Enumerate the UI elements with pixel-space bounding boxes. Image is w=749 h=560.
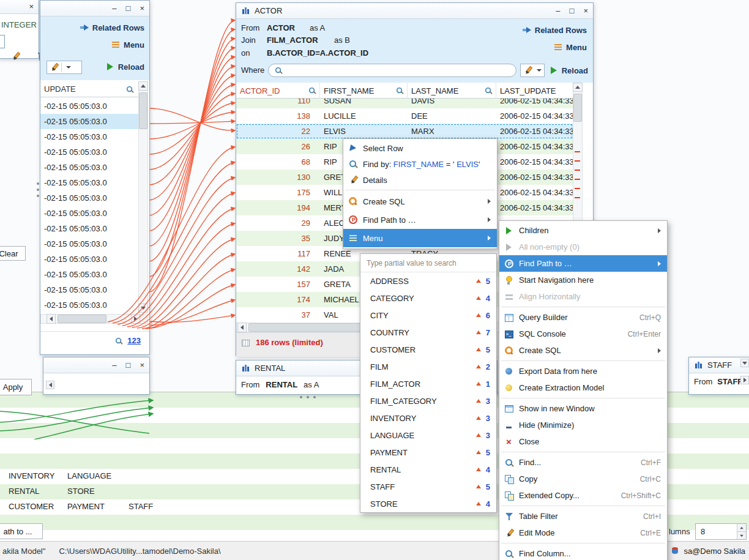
maximize-button[interactable]: □	[126, 360, 131, 370]
menu-item-copy[interactable]: CopyCtrl+C	[499, 471, 667, 487]
search-icon[interactable]	[114, 337, 123, 345]
search-icon[interactable]	[484, 86, 493, 95]
table-list-item[interactable]: ADDRESS5	[360, 272, 496, 289]
table-list-item[interactable]: INVENTORY3	[360, 409, 496, 427]
minimize-button[interactable]: –	[112, 4, 116, 13]
column-header-last-name[interactable]: LAST_NAME	[408, 83, 496, 99]
table-list-item[interactable]: STORE4	[360, 495, 496, 512]
apply-button[interactable]: Apply	[0, 379, 32, 395]
scroll-right-button[interactable]	[740, 376, 749, 384]
diagram-table-label[interactable]: PAYMENT	[67, 502, 105, 511]
table-list-item[interactable]: COUNTRY7	[360, 324, 496, 341]
menu-item-find[interactable]: Find...Ctrl+F	[499, 454, 667, 471]
scroll-left-button[interactable]	[46, 381, 54, 389]
related-rows-button[interactable]: Related Rows	[522, 25, 587, 35]
scroll-down-button[interactable]	[138, 304, 148, 313]
related-rows-button[interactable]: Related Rows	[80, 23, 144, 32]
table-row-selected[interactable]: 22 ELVIS MARX 2006-02-15 04:34:33.	[236, 124, 573, 139]
reload-button[interactable]: Reload	[105, 62, 144, 72]
table-list-item[interactable]: CUSTOMER5	[360, 341, 496, 358]
menu-item-extended-copy[interactable]: Extended Copy...Ctrl+Shift+C	[499, 487, 667, 504]
list-item[interactable]: -02-15 05:05:03.0	[40, 160, 138, 175]
diagram-table-label[interactable]: STORE	[67, 487, 95, 496]
join-table[interactable]: FILM_ACTOR	[267, 35, 318, 45]
reload-button[interactable]: Reload	[549, 65, 588, 75]
column-header-update[interactable]: UPDATE	[44, 84, 76, 94]
on-condition[interactable]: B.ACTOR_ID=A.ACTOR_ID	[267, 48, 368, 58]
menu-item-hide[interactable]: Hide (Minimize)	[499, 417, 667, 433]
table-list-item[interactable]: FILM2	[360, 358, 496, 375]
table-list-item[interactable]: RENTAL4	[360, 461, 496, 478]
menu-item-find-by[interactable]: Find by: FIRST_NAME = ' ELVIS'	[343, 156, 497, 172]
scroll-left-button[interactable]	[47, 314, 56, 324]
from-table[interactable]: STAFF	[717, 377, 742, 386]
menu-item-edit-mode[interactable]: Edit ModeCtrl+E	[499, 525, 667, 541]
diagram-table-label[interactable]: INVENTORY	[9, 471, 54, 480]
list-item[interactable]: -02-15 05:05:03.0	[40, 221, 138, 236]
list-item[interactable]: -02-15 05:05:03.0	[40, 236, 138, 252]
stepper-up-button[interactable]	[737, 524, 746, 532]
menu-item-sql-console[interactable]: SQL ConsoleCtrl+Enter	[499, 326, 667, 342]
menu-item-export-data[interactable]: Export Data from here	[499, 363, 667, 379]
columns-stepper[interactable]: 8	[695, 523, 747, 540]
list-item[interactable]: -02-15 05:05:03.0	[40, 99, 138, 114]
edit-dropdown[interactable]	[520, 64, 545, 77]
row-count-link[interactable]: 123	[127, 336, 141, 345]
scroll-up-button[interactable]	[138, 81, 148, 91]
scrollbar-thumb[interactable]	[58, 315, 106, 323]
scroll-up-button[interactable]	[573, 83, 583, 92]
menu-button[interactable]: Menu	[111, 40, 144, 50]
table-search-input[interactable]: Type partial value to search	[360, 254, 496, 272]
value-input[interactable]	[0, 35, 5, 48]
table-list-item[interactable]: CITY6	[360, 307, 496, 324]
maximize-button[interactable]: □	[570, 6, 575, 15]
menu-item-query-builder[interactable]: Query BuilderCtrl+Q	[499, 309, 667, 326]
list-item[interactable]: -02-15 05:05:03.0	[40, 297, 138, 313]
column-header-last-update[interactable]: LAST_UPDATE	[496, 83, 573, 99]
close-button[interactable]: ×	[140, 4, 144, 13]
maximize-button[interactable]: □	[126, 4, 131, 13]
scroll-right-button[interactable]	[131, 314, 140, 324]
scrollbar-thumb[interactable]	[139, 92, 147, 129]
scroll-down-button[interactable]	[740, 359, 749, 367]
list-item[interactable]: -02-15 05:05:03.0	[40, 206, 138, 221]
where-input[interactable]	[268, 64, 516, 77]
column-header-first-name[interactable]: FIRST_NAME	[320, 83, 408, 99]
menu-item-show-in-new-window[interactable]: Show in new Window	[499, 400, 667, 417]
column-header-actor-id[interactable]: ACTOR_ID	[236, 83, 320, 99]
find-path-button[interactable]: ath to ...	[0, 523, 43, 539]
list-item[interactable]: -02-15 05:05:03.0	[40, 267, 138, 282]
menu-item-table-filter[interactable]: Table FilterCtrl+I	[499, 508, 667, 525]
clear-button[interactable]: Clear	[0, 246, 26, 261]
search-icon[interactable]	[308, 86, 316, 95]
menu-item-details[interactable]: Details	[343, 172, 497, 188]
menu-item-children[interactable]: Children	[499, 222, 667, 239]
diagram-table-label[interactable]: RENTAL	[9, 487, 39, 496]
minimize-button[interactable]: –	[112, 360, 116, 370]
scrollbar-thumb[interactable]	[573, 94, 582, 122]
table-list-item[interactable]: CATEGORY4	[360, 289, 496, 307]
menu-item-close[interactable]: Close	[499, 433, 667, 450]
edit-dropdown[interactable]	[47, 61, 82, 74]
menu-item-menu[interactable]: Menu	[343, 229, 497, 247]
from-table[interactable]: RENTAL	[266, 380, 297, 389]
menu-item-create-sql[interactable]: Create SQL	[499, 342, 667, 359]
table-list-item[interactable]: PAYMENT5	[360, 444, 496, 461]
list-item[interactable]: -02-15 05:05:03.0	[40, 129, 138, 144]
table-list-item[interactable]: FILM_ACTOR1	[360, 375, 496, 392]
stepper-down-button[interactable]	[737, 532, 746, 539]
table-list-item[interactable]: STAFF5	[360, 478, 496, 495]
menu-item-create-extraction-model[interactable]: Create Extraction Model	[499, 379, 667, 396]
menu-item-start-navigation[interactable]: Start Navigation here	[499, 272, 667, 288]
close-button[interactable]: ×	[29, 2, 34, 11]
diagram-table-label[interactable]: LANGUAGE	[67, 471, 111, 480]
list-item[interactable]: -02-15 05:05:03.0	[40, 175, 138, 190]
table-list-item[interactable]: FILM_CATEGORY3	[360, 392, 496, 409]
table-list-item[interactable]: LANGUAGE3	[360, 427, 496, 444]
splitter-handle-horizontal[interactable]	[300, 395, 322, 400]
list-item[interactable]: -02-15 05:05:03.0	[40, 282, 138, 297]
scroll-left-button[interactable]	[237, 323, 247, 332]
close-button[interactable]: ×	[140, 360, 144, 370]
menu-item-find-column[interactable]: Find Column...	[499, 545, 667, 560]
menu-item-find-path[interactable]: Find Path to …	[499, 255, 667, 272]
